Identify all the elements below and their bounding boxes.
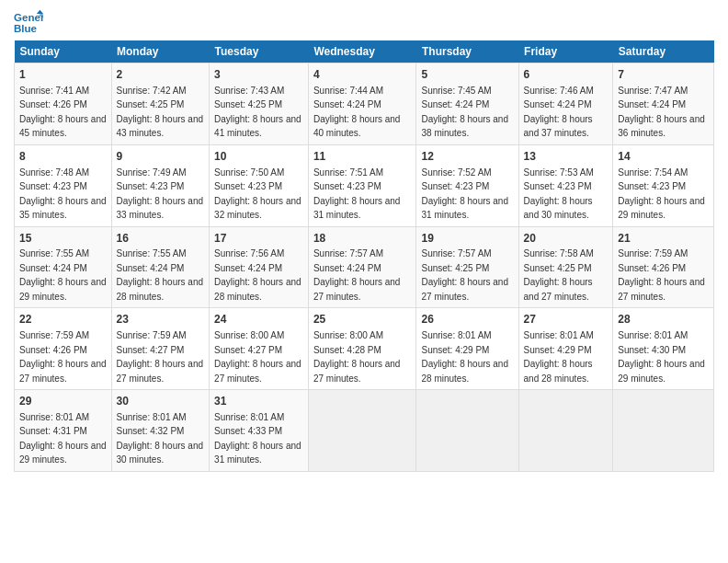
day-info: Sunrise: 8:01 AMSunset: 4:29 PMDaylight:… bbox=[524, 330, 594, 384]
header-monday: Monday bbox=[111, 40, 210, 63]
header-friday: Friday bbox=[518, 40, 613, 63]
day-cell: 17Sunrise: 7:56 AMSunset: 4:24 PMDayligh… bbox=[210, 226, 309, 308]
day-info: Sunrise: 7:59 AMSunset: 4:26 PMDaylight:… bbox=[19, 330, 107, 384]
day-number: 11 bbox=[313, 149, 412, 165]
day-info: Sunrise: 7:54 AMSunset: 4:23 PMDaylight:… bbox=[618, 167, 705, 221]
day-cell: 19Sunrise: 7:57 AMSunset: 4:25 PMDayligh… bbox=[416, 226, 518, 308]
day-info: Sunrise: 7:45 AMSunset: 4:24 PMDaylight:… bbox=[421, 86, 508, 139]
day-info: Sunrise: 7:44 AMSunset: 4:24 PMDaylight:… bbox=[313, 86, 401, 139]
day-cell: 6Sunrise: 7:46 AMSunset: 4:24 PMDaylight… bbox=[518, 63, 613, 145]
day-info: Sunrise: 7:41 AMSunset: 4:26 PMDaylight:… bbox=[19, 86, 107, 139]
day-info: Sunrise: 7:52 AMSunset: 4:23 PMDaylight:… bbox=[421, 167, 508, 221]
day-number: 23 bbox=[117, 312, 205, 327]
day-info: Sunrise: 8:01 AMSunset: 4:33 PMDaylight:… bbox=[214, 412, 301, 465]
day-cell: 5Sunrise: 7:45 AMSunset: 4:24 PMDaylight… bbox=[416, 63, 518, 145]
day-cell: 10Sunrise: 7:50 AMSunset: 4:23 PMDayligh… bbox=[210, 144, 309, 226]
day-info: Sunrise: 7:57 AMSunset: 4:24 PMDaylight:… bbox=[313, 248, 401, 302]
day-info: Sunrise: 7:56 AMSunset: 4:24 PMDaylight:… bbox=[214, 248, 301, 302]
day-cell: 21Sunrise: 7:59 AMSunset: 4:26 PMDayligh… bbox=[613, 226, 714, 308]
day-cell bbox=[416, 390, 518, 472]
header-sunday: Sunday bbox=[15, 40, 112, 63]
day-number: 21 bbox=[618, 231, 709, 247]
day-info: Sunrise: 7:43 AMSunset: 4:25 PMDaylight:… bbox=[214, 86, 301, 139]
day-cell bbox=[613, 390, 714, 472]
day-info: Sunrise: 7:42 AMSunset: 4:25 PMDaylight:… bbox=[117, 86, 204, 139]
day-cell: 22Sunrise: 7:59 AMSunset: 4:26 PMDayligh… bbox=[15, 308, 112, 390]
day-number: 27 bbox=[524, 312, 609, 327]
day-cell: 14Sunrise: 7:54 AMSunset: 4:23 PMDayligh… bbox=[613, 144, 714, 226]
day-info: Sunrise: 7:50 AMSunset: 4:23 PMDaylight:… bbox=[214, 167, 301, 221]
day-number: 8 bbox=[19, 149, 107, 165]
day-number: 3 bbox=[214, 67, 303, 83]
day-info: Sunrise: 7:55 AMSunset: 4:24 PMDaylight:… bbox=[19, 248, 107, 302]
day-number: 20 bbox=[524, 231, 609, 247]
day-cell: 7Sunrise: 7:47 AMSunset: 4:24 PMDaylight… bbox=[613, 63, 714, 145]
day-number: 6 bbox=[524, 67, 609, 83]
day-info: Sunrise: 8:01 AMSunset: 4:32 PMDaylight:… bbox=[117, 412, 204, 465]
page-container: General Blue SundayMondayTuesdayWednesda… bbox=[0, 0, 728, 481]
day-cell: 23Sunrise: 7:59 AMSunset: 4:27 PMDayligh… bbox=[111, 308, 210, 390]
day-cell: 8Sunrise: 7:48 AMSunset: 4:23 PMDaylight… bbox=[15, 144, 112, 226]
svg-text:Blue: Blue bbox=[14, 23, 38, 34]
day-number: 17 bbox=[214, 231, 303, 247]
day-info: Sunrise: 7:59 AMSunset: 4:26 PMDaylight:… bbox=[618, 248, 705, 302]
day-info: Sunrise: 7:53 AMSunset: 4:23 PMDaylight:… bbox=[524, 167, 594, 221]
day-cell: 26Sunrise: 8:01 AMSunset: 4:29 PMDayligh… bbox=[416, 308, 518, 390]
day-info: Sunrise: 7:47 AMSunset: 4:24 PMDaylight:… bbox=[618, 86, 705, 139]
day-info: Sunrise: 7:55 AMSunset: 4:24 PMDaylight:… bbox=[117, 248, 204, 302]
day-number: 13 bbox=[524, 149, 609, 165]
day-cell: 15Sunrise: 7:55 AMSunset: 4:24 PMDayligh… bbox=[15, 226, 112, 308]
day-number: 24 bbox=[214, 312, 303, 327]
day-number: 22 bbox=[19, 312, 107, 327]
day-cell: 12Sunrise: 7:52 AMSunset: 4:23 PMDayligh… bbox=[416, 144, 518, 226]
day-cell: 13Sunrise: 7:53 AMSunset: 4:23 PMDayligh… bbox=[518, 144, 613, 226]
day-info: Sunrise: 8:01 AMSunset: 4:29 PMDaylight:… bbox=[421, 330, 508, 384]
day-number: 16 bbox=[117, 231, 205, 247]
header-saturday: Saturday bbox=[613, 40, 714, 63]
day-cell: 4Sunrise: 7:44 AMSunset: 4:24 PMDaylight… bbox=[308, 63, 416, 145]
day-cell: 16Sunrise: 7:55 AMSunset: 4:24 PMDayligh… bbox=[111, 226, 210, 308]
day-cell: 30Sunrise: 8:01 AMSunset: 4:32 PMDayligh… bbox=[111, 390, 210, 472]
day-info: Sunrise: 7:49 AMSunset: 4:23 PMDaylight:… bbox=[117, 167, 204, 221]
week-row-2: 15Sunrise: 7:55 AMSunset: 4:24 PMDayligh… bbox=[15, 226, 714, 308]
day-number: 25 bbox=[313, 312, 412, 327]
day-cell: 18Sunrise: 7:57 AMSunset: 4:24 PMDayligh… bbox=[308, 226, 416, 308]
header-row: SundayMondayTuesdayWednesdayThursdayFrid… bbox=[15, 40, 714, 63]
day-number: 15 bbox=[19, 231, 107, 247]
day-number: 14 bbox=[618, 149, 709, 165]
day-info: Sunrise: 8:01 AMSunset: 4:31 PMDaylight:… bbox=[19, 412, 107, 465]
week-row-3: 22Sunrise: 7:59 AMSunset: 4:26 PMDayligh… bbox=[15, 308, 714, 390]
header-tuesday: Tuesday bbox=[210, 40, 309, 63]
day-info: Sunrise: 7:59 AMSunset: 4:27 PMDaylight:… bbox=[117, 330, 204, 384]
day-cell: 3Sunrise: 7:43 AMSunset: 4:25 PMDaylight… bbox=[210, 63, 309, 145]
page-header: General Blue bbox=[14, 9, 714, 35]
calendar-table: SundayMondayTuesdayWednesdayThursdayFrid… bbox=[14, 40, 714, 472]
day-cell: 11Sunrise: 7:51 AMSunset: 4:23 PMDayligh… bbox=[308, 144, 416, 226]
day-cell: 27Sunrise: 8:01 AMSunset: 4:29 PMDayligh… bbox=[518, 308, 613, 390]
day-info: Sunrise: 8:00 AMSunset: 4:27 PMDaylight:… bbox=[214, 330, 301, 384]
day-cell: 9Sunrise: 7:49 AMSunset: 4:23 PMDaylight… bbox=[111, 144, 210, 226]
day-number: 19 bbox=[421, 231, 513, 247]
day-number: 4 bbox=[313, 67, 412, 83]
day-info: Sunrise: 7:51 AMSunset: 4:23 PMDaylight:… bbox=[313, 167, 401, 221]
day-number: 7 bbox=[618, 67, 709, 83]
day-number: 10 bbox=[214, 149, 303, 165]
day-cell: 29Sunrise: 8:01 AMSunset: 4:31 PMDayligh… bbox=[15, 390, 112, 472]
logo-icon: General Blue bbox=[14, 9, 43, 35]
day-info: Sunrise: 7:57 AMSunset: 4:25 PMDaylight:… bbox=[421, 248, 508, 302]
week-row-0: 1Sunrise: 7:41 AMSunset: 4:26 PMDaylight… bbox=[15, 63, 714, 145]
day-info: Sunrise: 7:46 AMSunset: 4:24 PMDaylight:… bbox=[524, 86, 594, 139]
day-number: 18 bbox=[313, 231, 412, 247]
day-cell: 2Sunrise: 7:42 AMSunset: 4:25 PMDaylight… bbox=[111, 63, 210, 145]
day-cell: 1Sunrise: 7:41 AMSunset: 4:26 PMDaylight… bbox=[15, 63, 112, 145]
day-info: Sunrise: 8:01 AMSunset: 4:30 PMDaylight:… bbox=[618, 330, 705, 384]
day-number: 1 bbox=[19, 67, 107, 83]
header-thursday: Thursday bbox=[416, 40, 518, 63]
week-row-4: 29Sunrise: 8:01 AMSunset: 4:31 PMDayligh… bbox=[15, 390, 714, 472]
day-info: Sunrise: 7:58 AMSunset: 4:25 PMDaylight:… bbox=[524, 248, 594, 302]
day-number: 28 bbox=[618, 312, 709, 327]
day-cell bbox=[308, 390, 416, 472]
day-number: 29 bbox=[19, 394, 107, 409]
logo: General Blue bbox=[14, 9, 49, 35]
header-wednesday: Wednesday bbox=[308, 40, 416, 63]
